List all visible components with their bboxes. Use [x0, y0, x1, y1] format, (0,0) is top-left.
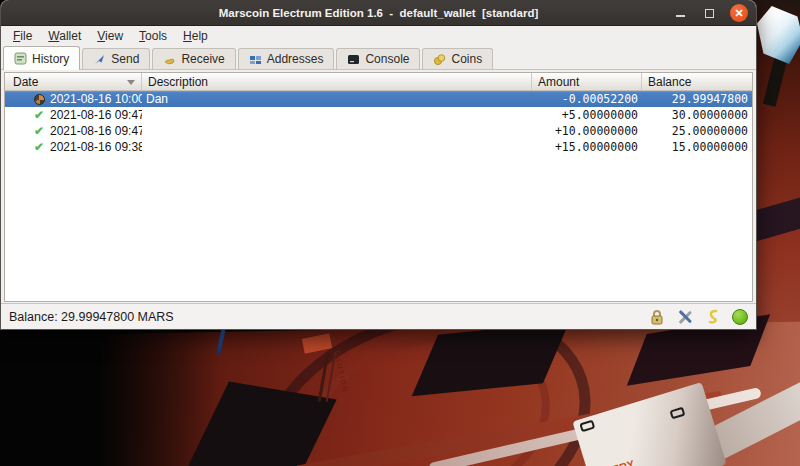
- window-controls: ✕: [672, 0, 748, 26]
- column-label: Date: [13, 75, 38, 89]
- seed-icon[interactable]: [704, 308, 722, 326]
- tab-console[interactable]: Console: [336, 48, 420, 69]
- column-label: Amount: [538, 75, 579, 89]
- tx-date: 2021-08-16 09:47: [50, 108, 142, 122]
- electrum-window: Marscoin Electrum Edition 1.6 - default_…: [0, 0, 757, 330]
- minimize-button[interactable]: [672, 5, 688, 21]
- tx-balance: 30.00000000: [642, 108, 752, 122]
- column-header-balance[interactable]: Balance: [642, 73, 752, 90]
- preferences-icon[interactable]: [676, 308, 694, 326]
- tx-amount: +5.00000000: [532, 108, 642, 122]
- table-row[interactable]: 2021-08-16 09:38 +15.00000000 15.0000000…: [5, 139, 752, 155]
- confirmed-check-icon: [33, 109, 45, 121]
- column-label: Balance: [648, 75, 691, 89]
- tx-balance: 25.00000000: [642, 124, 752, 138]
- menu-file[interactable]: File: [5, 28, 40, 44]
- history-view: Date Description Amount Balance 2021-08-…: [1, 70, 756, 303]
- console-icon: [347, 53, 360, 66]
- tab-receive[interactable]: Receive: [152, 48, 235, 69]
- coins-icon: [433, 53, 446, 66]
- tx-date: 2021-08-16 10:00: [50, 92, 142, 106]
- statusbar-balance: Balance: 29.99947800 MARS: [9, 310, 174, 324]
- maximize-icon: [705, 9, 714, 18]
- table-body: 2021-08-16 10:00 Dan -0.00052200 29.9994…: [5, 91, 752, 301]
- tx-date: 2021-08-16 09:47: [50, 124, 142, 138]
- lock-icon[interactable]: [648, 308, 666, 326]
- tx-date: 2021-08-16 09:38: [50, 140, 142, 154]
- tab-coins[interactable]: Coins: [422, 48, 493, 69]
- tab-label: Addresses: [267, 52, 324, 66]
- tab-history[interactable]: History: [3, 46, 80, 70]
- window-title: Marscoin Electrum Edition 1.6 - default_…: [1, 7, 756, 19]
- menu-help[interactable]: Help: [175, 28, 216, 44]
- tab-label: Receive: [181, 52, 224, 66]
- tab-addresses[interactable]: Addresses: [238, 48, 335, 69]
- tx-description: Dan: [142, 92, 532, 106]
- history-icon: [14, 52, 27, 65]
- desktop: CAUTION ENTRY Marscoin Electrum Edition …: [0, 0, 800, 466]
- statusbar: Balance: 29.99947800 MARS: [1, 303, 756, 329]
- desktop-artwork-shadow-left: [0, 318, 220, 466]
- sort-indicator-icon: [127, 80, 135, 85]
- tab-label: Send: [111, 52, 139, 66]
- menu-view[interactable]: View: [89, 28, 131, 44]
- maximize-button[interactable]: [701, 5, 717, 21]
- tx-balance: 29.99947800: [642, 92, 752, 106]
- column-header-description[interactable]: Description: [142, 73, 532, 90]
- tabbar: History Send Receive Addresses: [1, 45, 756, 70]
- titlebar[interactable]: Marscoin Electrum Edition 1.6 - default_…: [1, 0, 756, 26]
- confirmed-check-icon: [33, 125, 45, 137]
- desktop-artwork-latch: [669, 407, 685, 420]
- close-button[interactable]: ✕: [730, 4, 748, 22]
- tab-label: History: [32, 52, 69, 66]
- minimize-icon: [676, 15, 685, 17]
- receive-icon: [163, 53, 176, 66]
- tx-amount: -0.00052200: [532, 92, 642, 106]
- network-status-icon[interactable]: [732, 309, 748, 325]
- tx-balance: 15.00000000: [642, 140, 752, 154]
- desktop-artwork-latch: [579, 420, 595, 433]
- table-row[interactable]: 2021-08-16 10:00 Dan -0.00052200 29.9994…: [5, 91, 752, 107]
- tx-amount: +15.00000000: [532, 140, 642, 154]
- entry-label: ENTRY: [595, 457, 636, 466]
- tab-label: Console: [365, 52, 409, 66]
- table-row[interactable]: 2021-08-16 09:47 +10.00000000 25.0000000…: [5, 123, 752, 139]
- menubar: File Wallet View Tools Help: [1, 26, 756, 45]
- confirmed-check-icon: [33, 141, 45, 153]
- column-label: Description: [148, 75, 208, 89]
- history-table: Date Description Amount Balance 2021-08-…: [4, 72, 753, 302]
- addresses-icon: [249, 53, 262, 66]
- menu-tools[interactable]: Tools: [131, 28, 175, 44]
- tab-label: Coins: [451, 52, 482, 66]
- tab-send[interactable]: Send: [82, 48, 150, 69]
- column-header-amount[interactable]: Amount: [532, 73, 642, 90]
- tx-amount: +10.00000000: [532, 124, 642, 138]
- menu-wallet[interactable]: Wallet: [40, 28, 89, 44]
- table-row[interactable]: 2021-08-16 09:47 +5.00000000 30.00000000: [5, 107, 752, 123]
- send-icon: [93, 53, 106, 66]
- statusbar-icons: [648, 308, 748, 326]
- close-icon: ✕: [734, 8, 743, 19]
- table-header: Date Description Amount Balance: [5, 73, 752, 91]
- unconfirmed-clock-icon: [33, 93, 45, 105]
- column-header-date[interactable]: Date: [5, 73, 142, 90]
